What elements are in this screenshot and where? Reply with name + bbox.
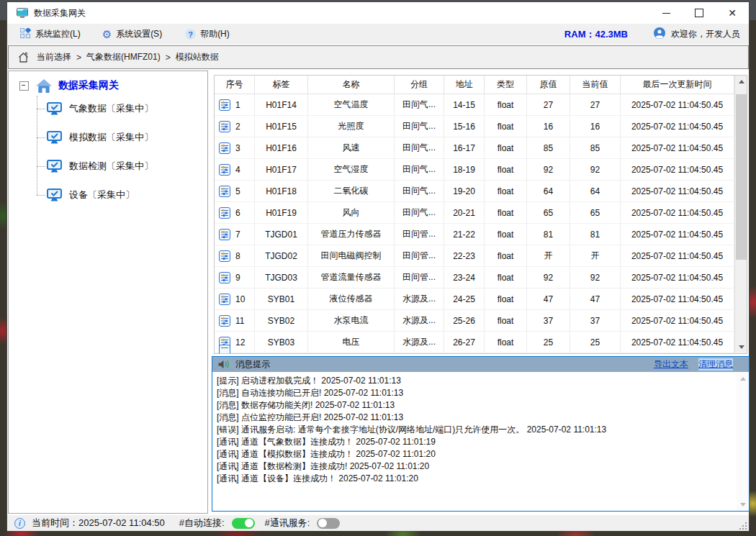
scroll-down-icon[interactable] [735, 341, 747, 353]
scroll-up-icon[interactable] [737, 373, 749, 385]
gear-icon: ⚙ [102, 29, 112, 40]
tree-item-label: 气象数据〔采集中〕 [69, 102, 153, 115]
clear-messages-link[interactable]: 清理消息 [698, 358, 733, 371]
tree-item-channel[interactable]: 模拟数据〔采集中〕 [9, 123, 207, 152]
scrollbar-thumb[interactable] [736, 94, 747, 260]
table-column-header[interactable]: 最后一次更新时间 [621, 76, 734, 94]
resize-grip-icon[interactable] [738, 521, 747, 530]
menu-system-settings[interactable]: ⚙ 系统设置(S) [99, 26, 165, 42]
scroll-up-icon[interactable] [735, 76, 747, 88]
menu-system-monitor[interactable]: 系统监控(L) [17, 26, 84, 43]
maximize-icon [695, 9, 703, 17]
point-tune-icon [219, 207, 230, 219]
cell-current-value: 85 [570, 137, 621, 158]
cell-raw-value: 81 [527, 224, 570, 245]
tree-item-channel[interactable]: 气象数据〔采集中〕 [9, 94, 207, 123]
cell-index: 7 [215, 224, 255, 245]
export-text-link[interactable]: 导出文本 [654, 358, 688, 371]
tree-item-channel[interactable]: 设备〔采集中〕 [9, 181, 207, 209]
cell-index: 3 [215, 137, 255, 158]
home-outline-icon[interactable] [17, 52, 30, 63]
table-scrollbar[interactable] [734, 76, 747, 353]
cell-address: 24-25 [444, 289, 485, 309]
table-row[interactable]: 9 TJGD03 管道流量传感器 田间管... 23-24 float 92 9… [215, 267, 747, 289]
minimize-button[interactable] [649, 2, 683, 24]
cell-updated-time: 2025-07-02 11:04:50.45 [621, 137, 734, 158]
table-row[interactable]: 10 SYB01 液位传感器 水源及... 24-25 float 47 47 … [215, 289, 747, 310]
cell-address: 19-20 [444, 181, 485, 201]
tree-root-node[interactable]: 数据采集网关 [9, 77, 119, 94]
cell-raw-value: 25 [527, 332, 570, 353]
menu-label: 系统监控(L) [35, 28, 81, 40]
table-column-header[interactable]: 地址 [444, 76, 485, 94]
maximize-button[interactable] [683, 2, 716, 24]
breadcrumb-item-device[interactable]: 模拟站数据 [176, 51, 219, 63]
comm-service-toggle[interactable] [317, 518, 340, 529]
title-bar[interactable]: 数据采集网关 ✕ [7, 2, 749, 24]
device-tree: 数据采集网关 气象数据〔采集 [9, 71, 207, 513]
table-column-header[interactable]: 标签 [255, 76, 308, 94]
table-row[interactable]: 8 TJGD02 田间电磁阀控制 田间管... 22-23 float 开 开 … [215, 245, 747, 267]
cell-address: 18-19 [444, 159, 485, 180]
table-column-header[interactable]: 名称 [308, 76, 395, 94]
table-column-header[interactable]: 当前值 [570, 76, 621, 94]
info-icon: i [14, 518, 25, 529]
user-icon [654, 27, 665, 41]
cell-address: 16-17 [444, 137, 485, 158]
cell-index: 8 [215, 245, 255, 266]
cell-type: float [485, 137, 527, 158]
scroll-down-icon[interactable] [737, 499, 749, 511]
cell-current-value: 25 [570, 332, 621, 353]
cell-index-value: 3 [235, 143, 240, 153]
menu-help[interactable]: ? 帮助(H) [182, 26, 233, 42]
cell-raw-value: 64 [527, 181, 570, 201]
table-row[interactable]: 5 H01F18 二氧化碳 田间气... 19-20 float 64 64 2… [215, 181, 747, 202]
tree-collapse-icon[interactable] [19, 81, 29, 91]
message-log[interactable]: [提示] 启动进程加载完成！ 2025-07-02 11:01:13[消息] 自… [212, 372, 736, 511]
cell-updated-time: 2025-07-02 11:04:50.45 [621, 159, 734, 180]
table-column-header[interactable]: 原值 [527, 76, 570, 94]
point-tune-icon [219, 229, 230, 240]
table-row[interactable]: 2 H01F15 光照度 田间气... 15-16 float 16 16 20… [215, 116, 747, 137]
cell-tag: TJGD03 [255, 267, 308, 288]
cell-updated-time: 2025-07-02 11:04:50.45 [621, 224, 734, 245]
table-column-header[interactable]: 分组 [395, 76, 444, 94]
table-body: 1 H01F14 空气温度 田间气... 14-15 float 27 27 2… [215, 94, 747, 353]
cell-group: 田间管... [395, 245, 444, 266]
cell-name: 二氧化碳 [308, 181, 395, 201]
comm-service-label: #通讯服务: [265, 517, 310, 530]
cell-name: 液位传感器 [308, 289, 395, 309]
table-row[interactable]: 12 SYB03 电压 水源及... 26-27 float 25 25 202… [215, 332, 747, 353]
table-row[interactable]: 11 SYB02 水泵电流 水源及... 25-26 float 37 37 2… [215, 310, 747, 332]
cell-group: 田间管... [395, 224, 444, 245]
table-column-header[interactable]: 类型 [485, 76, 527, 94]
cell-raw-value: 65 [527, 202, 570, 223]
minimize-icon [662, 13, 670, 14]
cell-name: 管道压力传感器 [308, 224, 395, 245]
cell-name: 空气温度 [308, 94, 395, 115]
cell-current-value: 27 [570, 94, 621, 115]
menubar-right: RAM：42.3MB 欢迎你，开发人员 [564, 24, 740, 45]
status-bar: i 当前时间：2025-07-02 11:04:50 #自动连接: #通讯服务: [7, 515, 749, 531]
question-icon: ? [185, 29, 196, 40]
table-row[interactable]: 3 H01F16 风速 田间气... 16-17 float 85 85 202… [215, 137, 747, 159]
auto-connect-toggle[interactable] [232, 518, 255, 529]
point-tune-icon [219, 121, 230, 132]
table-row[interactable]: 6 H01F19 风向 田间气... 20-21 float 65 65 202… [215, 202, 747, 224]
point-tune-icon [219, 164, 230, 176]
table-row[interactable]: 4 H01F17 空气湿度 田间气... 18-19 float 92 92 2… [215, 159, 747, 181]
cell-tag: H01F18 [255, 181, 308, 201]
tree-children: 气象数据〔采集中〕 模拟数据〔采集中〕 [9, 94, 207, 209]
clipped-next-row-icon [219, 345, 230, 354]
table-row[interactable]: 7 TJGD01 管道压力传感器 田间管... 21-22 float 81 8… [215, 224, 747, 245]
home-icon [36, 79, 52, 93]
toggle-knob [318, 519, 327, 527]
cell-address: 26-27 [444, 332, 485, 353]
close-button[interactable]: ✕ [716, 2, 749, 24]
table-column-header[interactable]: 序号 [215, 76, 255, 94]
message-scrollbar[interactable] [737, 373, 748, 511]
table-row[interactable]: 1 H01F14 空气温度 田间气... 14-15 float 27 27 2… [215, 94, 747, 116]
breadcrumb-item-channel[interactable]: 气象数据(HMFZ01) [86, 51, 161, 63]
cell-address: 14-15 [444, 94, 485, 115]
tree-item-channel[interactable]: 数据检测〔采集中〕 [9, 152, 207, 181]
